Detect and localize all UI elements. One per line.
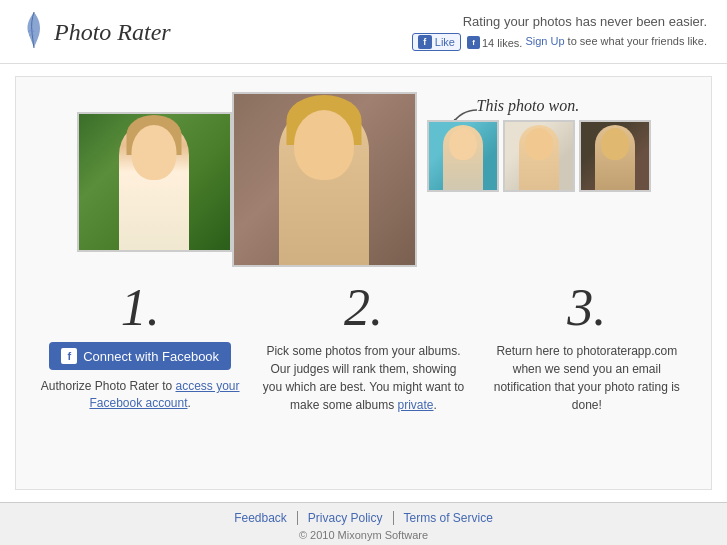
photo-3-group: This photo won. — [427, 97, 651, 192]
photo-1 — [77, 112, 232, 252]
step-2-number: 2. — [344, 282, 383, 334]
steps-section: 1. f Connect with Facebook Authorize Pho… — [26, 277, 701, 414]
sp3-face — [601, 128, 629, 160]
fb-icon-small2: f 14 likes. — [467, 36, 522, 49]
step-2-content: Pick some photos from your albums. Our j… — [259, 342, 467, 414]
see-friends-text: to see what your friends like. — [568, 35, 707, 47]
fb-like-count: f 14 likes. Sign Up to see what your fri… — [467, 35, 707, 49]
header-right: Rating your photos has never been easier… — [412, 14, 707, 51]
footer-copyright: © 2010 Mixonym Software — [0, 529, 727, 541]
fb-icon: f — [418, 35, 432, 49]
this-photo-won-label: This photo won. — [477, 97, 580, 115]
connect-fb-label: Connect with Facebook — [83, 349, 219, 364]
main-content: This photo won. — [15, 76, 712, 490]
fb-small-icon: f — [467, 36, 480, 49]
fb-like-bar: f Like f 14 likes. Sign Up to see what y… — [412, 33, 707, 51]
sp3-person — [595, 125, 635, 190]
step1-prefix: Authorize Photo Rater to — [41, 379, 176, 393]
sp2-face — [525, 128, 553, 160]
sp1-person — [443, 125, 483, 190]
small-photo-3 — [579, 120, 651, 192]
small-photo-2 — [503, 120, 575, 192]
sp2-person — [519, 125, 559, 190]
footer: Feedback Privacy Policy Terms of Service… — [0, 502, 727, 545]
sp1-face — [449, 128, 477, 160]
fb-f-icon: f — [61, 348, 77, 364]
privacy-policy-link[interactable]: Privacy Policy — [298, 511, 394, 525]
small-photo-winner — [427, 120, 499, 192]
step-1-number: 1. — [121, 282, 160, 334]
logo-area: Photo Rater — [20, 10, 171, 55]
step-2-desc: Pick some photos from your albums. Our j… — [259, 342, 467, 414]
like-count-text: 14 likes. — [482, 37, 522, 49]
step-1: 1. f Connect with Facebook Authorize Pho… — [36, 282, 244, 414]
page-wrapper: Photo Rater Rating your photos has never… — [0, 0, 727, 545]
photos-section: This photo won. — [26, 92, 701, 267]
step-1-content: f Connect with Facebook Authorize Photo … — [36, 342, 244, 412]
step-3-content: Return here to photoraterapp.com when we… — [483, 342, 691, 414]
terms-link[interactable]: Terms of Service — [394, 511, 503, 525]
small-photos-row — [427, 120, 651, 192]
fb-like-button[interactable]: f Like — [412, 33, 461, 51]
header-tagline: Rating your photos has never been easier… — [412, 14, 707, 29]
private-albums-link[interactable]: private — [397, 398, 433, 412]
like-label: Like — [435, 36, 455, 48]
feedback-link[interactable]: Feedback — [224, 511, 298, 525]
photo-1-person — [119, 120, 189, 250]
footer-links: Feedback Privacy Policy Terms of Service — [0, 511, 727, 525]
header: Photo Rater Rating your photos has never… — [0, 0, 727, 64]
photo-2-person — [279, 105, 369, 265]
photo-2 — [232, 92, 417, 267]
logo-text: Photo Rater — [54, 19, 171, 46]
step-1-desc: Authorize Photo Rater to access your Fac… — [36, 378, 244, 412]
step-3-number: 3. — [567, 282, 606, 334]
photo-1-face — [132, 125, 177, 180]
connect-facebook-button[interactable]: f Connect with Facebook — [49, 342, 231, 370]
step2-suffix: . — [434, 398, 437, 412]
step1-suffix: . — [188, 396, 191, 410]
step-3-desc: Return here to photoraterapp.com when we… — [483, 342, 691, 414]
photo-2-face — [294, 110, 354, 180]
step-2: 2. Pick some photos from your albums. Ou… — [259, 282, 467, 414]
feather-icon — [20, 10, 48, 55]
sign-up-link[interactable]: Sign Up — [525, 35, 564, 47]
step-3: 3. Return here to photoraterapp.com when… — [483, 282, 691, 414]
